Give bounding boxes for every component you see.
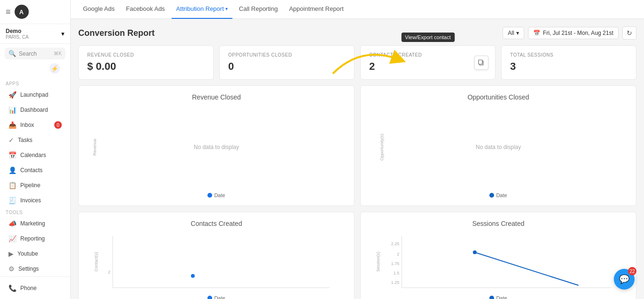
chart-opportunities-closed: Opportunities Closed Opportunity(s) No d… (360, 85, 636, 206)
account-sub: PARIS, CA (6, 34, 29, 40)
chart-revenue-title: Revenue Closed (86, 93, 347, 101)
sidebar-item-label: Calendars (20, 152, 46, 158)
marketing-icon: 📣 (8, 220, 17, 227)
chat-bubble-button[interactable]: 💬 22 (614, 269, 635, 290)
sidebar-item-label: Tasks (18, 137, 33, 143)
phone-icon: 📞 (8, 284, 17, 292)
sidebar-item-inbox[interactable]: 📥 Inbox 0 (3, 118, 67, 132)
inbox-badge: 0 (54, 121, 62, 129)
sidebar-item-launchpad[interactable]: 🚀 Launchpad (3, 88, 67, 102)
chart-sessions-created: Sessions Created Session(s) 2.25 2 1.75 … (360, 212, 636, 299)
filter-dropdown-arrow: ▾ (516, 30, 519, 36)
chart-sessions-legend: Date (368, 295, 628, 299)
chart-revenue-closed: Revenue Closed Revenue No data to displa… (78, 85, 355, 206)
chart-sessions-body: Session(s) 2.25 2 1.75 1.5 1.25 (368, 231, 628, 292)
contacts-created-value: 2 (369, 60, 487, 73)
menu-icon[interactable]: ≡ (6, 7, 11, 17)
sidebar-item-calendars[interactable]: 📅 Calendars (3, 148, 67, 162)
nav-facebook-ads[interactable]: Facebook Ads (121, 0, 169, 19)
svg-point-5 (191, 274, 195, 278)
legend-dot (207, 193, 212, 198)
chart-contacts-title: Contacts Created (86, 220, 347, 227)
copy-export-button[interactable] (474, 56, 488, 70)
tasks-icon: ✓ (8, 136, 14, 144)
sidebar-item-label: Settings (18, 266, 39, 272)
revenue-closed-value: $ 0.00 (87, 60, 205, 73)
stats-row: REVENUE CLOSED $ 0.00 OPPORTUNITIES CLOS… (78, 45, 636, 80)
nav-attribution-report[interactable]: Attribution Report ▾ (172, 0, 232, 19)
chart-revenue-body: Revenue No data to display (86, 105, 347, 190)
apps-section-label: Apps (0, 79, 70, 87)
sidebar-item-invoices[interactable]: 🧾 Invoices (3, 193, 67, 208)
contacts-chart-svg: 2 (86, 231, 347, 292)
inbox-icon: 📥 (8, 121, 17, 129)
youtube-icon: ▶ (8, 250, 14, 257)
search-shortcut: ⌘K (54, 51, 62, 56)
filter-dropdown[interactable]: All ▾ (503, 27, 524, 39)
stat-opportunities-closed: OPPORTUNITIES CLOSED 0 (219, 45, 355, 80)
sessions-chart-svg: 2.25 2 1.75 1.5 1.25 (368, 231, 628, 292)
chart-contacts-ylabel: Contact(s) (94, 252, 99, 272)
top-navigation: Google Ads Facebook Ads Attribution Repo… (71, 0, 644, 19)
svg-rect-1 (479, 60, 482, 64)
tooltip-box: View/Export contact (401, 33, 454, 42)
sidebar-item-contacts[interactable]: 👤 Contacts (3, 163, 67, 177)
sidebar-item-label: Launchpad (20, 91, 48, 98)
sidebar-item-label: Phone (20, 285, 37, 291)
svg-point-13 (473, 250, 477, 254)
total-sessions-value: 3 (510, 60, 627, 73)
main-content: Google Ads Facebook Ads Attribution Repo… (71, 0, 644, 299)
legend-dot (489, 193, 494, 198)
chart-contacts-created: Contacts Created Contact(s) 2 Date (78, 212, 355, 299)
svg-text:1.25: 1.25 (391, 280, 399, 285)
sidebar-item-dashboard[interactable]: 📊 Dashboard (3, 103, 67, 117)
avatar: A (15, 5, 29, 19)
sidebar-item-label: Pipeline (20, 182, 41, 189)
sidebar-item-label: Dashboard (20, 107, 48, 113)
sidebar-item-settings[interactable]: ⚙ Settings (3, 262, 67, 276)
sidebar-item-tasks[interactable]: ✓ Tasks (3, 133, 67, 147)
sidebar-item-label: Reporting (20, 235, 45, 242)
chart-opportunities-ylabel: Opportunity(s) (380, 133, 384, 160)
nav-appointment-report[interactable]: Appointment Report (284, 0, 348, 19)
total-sessions-label: TOTAL SESSIONS (510, 52, 627, 58)
legend-label: Date (496, 192, 507, 198)
contacts-icon: 👤 (8, 166, 17, 174)
date-range-label: Fri, Jul 21st - Mon, Aug 21st (543, 30, 613, 36)
sidebar-item-phone[interactable]: 📞 Phone (3, 281, 67, 295)
chart-sessions-title: Sessions Created (368, 220, 628, 227)
tooltip-text: View/Export contact (405, 34, 451, 40)
sidebar-item-pipeline[interactable]: 📋 Pipeline (3, 178, 67, 192)
sidebar-item-youtube[interactable]: ▶ Youtube (3, 247, 67, 261)
nav-google-ads[interactable]: Google Ads (78, 0, 119, 19)
flash-icon[interactable]: ⚡ (50, 63, 60, 74)
nav-call-reporting[interactable]: Call Reporting (234, 0, 282, 19)
chart-sessions-ylabel: Session(s) (376, 252, 380, 272)
calendars-icon: 📅 (8, 151, 17, 159)
sidebar: ≡ A Demo PARIS, CA ▾ 🔍 Search ⌘K ⚡ Apps … (0, 0, 71, 299)
sidebar-account[interactable]: Demo PARIS, CA ▾ (0, 24, 70, 44)
sidebar-item-notifications[interactable]: 🔔 Notifications (3, 296, 67, 299)
legend-dot (489, 296, 494, 299)
revenue-closed-label: REVENUE CLOSED (87, 52, 205, 58)
attribution-dropdown-arrow: ▾ (225, 6, 228, 11)
legend-label: Date (214, 295, 225, 299)
sidebar-item-label: Youtube (17, 250, 38, 257)
date-picker[interactable]: 📅 Fri, Jul 21st - Mon, Aug 21st (528, 27, 619, 39)
search-bar[interactable]: 🔍 Search ⌘K (5, 48, 66, 59)
chart-opportunities-body: Opportunity(s) No data to display (368, 105, 628, 190)
sidebar-item-reporting[interactable]: 📈 Reporting (3, 232, 67, 246)
sidebar-item-label: Invoices (20, 197, 41, 204)
contacts-created-label: CONTACTS CREATED (369, 52, 487, 58)
chart-contacts-legend: Date (86, 295, 347, 299)
opportunities-closed-value: 0 (228, 60, 346, 73)
search-icon: 🔍 (8, 50, 16, 57)
chart-opportunities-title: Opportunities Closed (368, 93, 628, 101)
page-header-actions: All ▾ 📅 Fri, Jul 21st - Mon, Aug 21st ↻ (503, 26, 636, 40)
search-placeholder: Search (19, 50, 51, 57)
legend-label: Date (496, 295, 507, 299)
sidebar-item-marketing[interactable]: 📣 Marketing (3, 216, 67, 231)
sidebar-item-label: Inbox (20, 122, 34, 128)
pipeline-icon: 📋 (8, 182, 17, 189)
refresh-button[interactable]: ↻ (622, 26, 636, 40)
